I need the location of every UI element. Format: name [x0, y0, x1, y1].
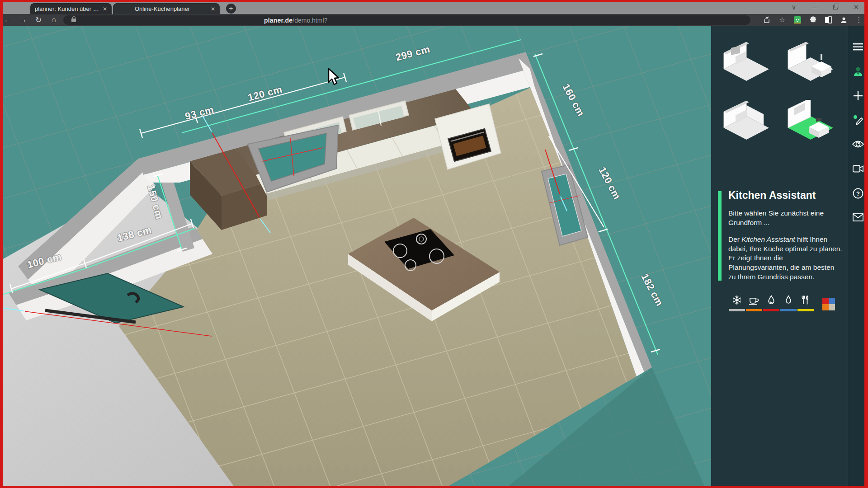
layout-option-single-wall[interactable] — [717, 41, 775, 87]
capture-border — [0, 0, 3, 488]
extensions-puzzle-icon[interactable] — [808, 15, 817, 24]
lock-icon — [71, 19, 76, 22]
tab-close-icon[interactable]: ✕ — [103, 6, 107, 12]
side-panel-icon[interactable] — [824, 15, 833, 24]
tab-close-icon[interactable]: ✕ — [211, 6, 215, 12]
tab-title: planner: Kunden über die — [35, 5, 99, 12]
assistant-title: Kitchen Assistant — [728, 189, 844, 202]
envelope-icon — [853, 213, 863, 221]
category-cooking[interactable] — [763, 295, 780, 311]
extension-app-icon[interactable] — [793, 15, 802, 24]
layout-option-wall-island[interactable] — [782, 41, 840, 87]
bookmark-star-icon[interactable]: ☆ — [778, 15, 787, 24]
assistant-description: Der Kitchen Assistant hilft Ihnen dabei,… — [728, 235, 844, 282]
category-cooling[interactable] — [728, 295, 745, 311]
category-underline — [729, 309, 745, 311]
coffee-cup-icon — [748, 295, 760, 305]
category-underline — [763, 309, 779, 311]
capture-border — [864, 0, 868, 488]
category-icon-row — [728, 295, 835, 311]
hamburger-icon — [853, 43, 863, 51]
layout-options-grid — [717, 41, 845, 146]
plus-icon — [853, 91, 863, 101]
layout-option-l-shape[interactable] — [717, 100, 775, 146]
flame-drop-icon — [766, 295, 777, 305]
profile-icon[interactable] — [839, 15, 848, 24]
category-underline — [780, 309, 797, 311]
cutlery-icon — [800, 295, 811, 305]
question-icon: ? — [853, 188, 863, 199]
palette-swatch — [829, 298, 835, 304]
browser-toolbar: ← → ↻ ⌂ planer.de /demo.html? ☆ ⋮ — [0, 14, 868, 26]
url-path: /demo.html? — [292, 17, 327, 24]
window-close-button[interactable]: ✕ — [851, 2, 862, 12]
water-drop-icon — [783, 295, 794, 305]
new-tab-button[interactable]: + — [226, 4, 236, 14]
browser-tab-inactive[interactable]: planner: Kunden über die ✕ — [30, 3, 112, 14]
category-coffee[interactable] — [745, 295, 763, 311]
category-underline — [797, 309, 814, 311]
palette-swatch — [822, 304, 829, 310]
palette-swatch — [822, 298, 829, 304]
color-palette-button[interactable] — [822, 298, 835, 310]
capture-border — [0, 0, 868, 2]
kitchen-3d-viewport[interactable]: 299 cm120 cm93 cm160 cm120 cm182 cm150 c… — [0, 26, 711, 488]
planner-canvas-area: 299 cm120 cm93 cm160 cm120 cm182 cm150 c… — [0, 26, 868, 488]
video-camera-icon — [853, 165, 863, 173]
window-minimize-button[interactable]: — — [809, 2, 820, 12]
palette-swatch — [829, 304, 835, 310]
tab-title: Online-Küchenplaner — [118, 5, 207, 12]
reload-icon[interactable]: ↻ — [31, 15, 46, 25]
category-dining[interactable] — [797, 295, 814, 311]
accent-bar — [718, 191, 722, 281]
home-icon[interactable]: ⌂ — [46, 15, 61, 24]
address-bar[interactable]: planer.de /demo.html? — [63, 15, 750, 25]
category-water[interactable] — [780, 295, 797, 311]
pencil-icon — [853, 114, 863, 125]
share-icon[interactable] — [762, 15, 771, 24]
browser-tab-active[interactable]: Online-Küchenplaner ✕ — [113, 3, 220, 14]
snowflake-icon — [731, 295, 742, 305]
capture-border — [0, 486, 868, 488]
svg-text:?: ? — [856, 190, 860, 197]
window-restore-button[interactable] — [830, 2, 841, 12]
assistant-intro: Bitte wählen Sie zunächst eine Grundform… — [728, 209, 844, 227]
menu-dots-icon[interactable]: ⋮ — [854, 15, 863, 24]
person-icon — [853, 66, 863, 76]
category-underline — [746, 309, 762, 311]
window-chevron-button[interactable]: ∨ — [788, 2, 799, 12]
kitchen-assistant-panel: Kitchen Assistant Bitte wählen Sie zunäc… — [718, 189, 844, 289]
restore-icon — [833, 5, 838, 9]
eye-icon — [852, 140, 864, 148]
url-domain: planer.de — [264, 17, 292, 24]
planner-sidebar: Kitchen Assistant Bitte wählen Sie zunäc… — [711, 26, 868, 488]
layout-option-island-selected[interactable] — [782, 100, 840, 146]
forward-icon[interactable]: → — [15, 15, 31, 24]
